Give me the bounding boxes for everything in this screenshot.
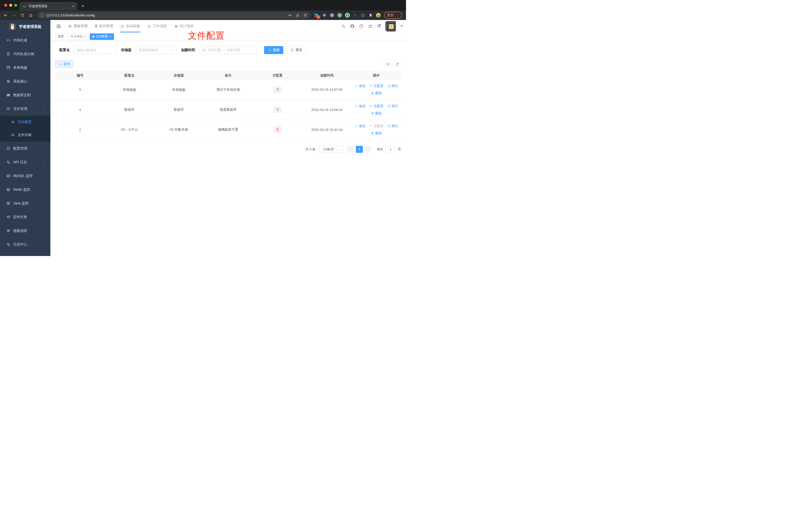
sidebar-item-log-center[interactable]: 日志中心 xyxy=(0,238,50,251)
home-button[interactable] xyxy=(29,13,33,18)
extensions-puzzle-icon[interactable] xyxy=(368,13,373,18)
master-action[interactable]: 主配置 xyxy=(369,104,383,109)
menu-workflow[interactable]: 工作流程 xyxy=(144,20,171,32)
test-action[interactable]: 测试 xyxy=(387,104,398,109)
table-row: 2 S3 - 七牛云 S3 对象存储 戴佩妮真可爱 是 2022-03-15 2… xyxy=(55,120,401,140)
test-action[interactable]: 测试 xyxy=(387,124,398,128)
extension-eye-icon[interactable] xyxy=(360,13,365,18)
add-button[interactable]: 新增 xyxy=(55,61,73,67)
back-button[interactable] xyxy=(3,13,8,18)
window-minimize-button[interactable] xyxy=(9,4,12,7)
extension-command-icon[interactable]: ⌘ xyxy=(330,13,334,18)
extension-dot-icon[interactable] xyxy=(338,13,342,18)
master-action[interactable]: 主配置 xyxy=(369,84,383,88)
browser-update-button[interactable]: 更新 ⋮ xyxy=(384,12,402,19)
total-count: 共 3 条 xyxy=(306,147,316,152)
sidebar-collapse-icon[interactable] xyxy=(56,24,61,29)
date-range-picker[interactable]: 开始日期 - 结束日期 xyxy=(199,46,257,54)
window-close-button[interactable] xyxy=(4,4,7,7)
fullscreen-icon[interactable] xyxy=(368,24,372,28)
delete-action[interactable]: 删除 xyxy=(371,91,382,95)
sidebar-item-code-demo[interactable]: 代码生成示例 xyxy=(0,47,50,61)
sidebar-item-api-log[interactable]: API 日志 xyxy=(0,155,50,169)
refresh-table-button[interactable] xyxy=(394,60,401,68)
sidebar-item-form-builder[interactable]: 表单构建 xyxy=(0,61,50,74)
chevron-up-icon xyxy=(43,108,46,111)
sidebar-item-tracing[interactable]: 链路追踪 xyxy=(0,224,50,238)
date-end-placeholder[interactable]: 结束日期 xyxy=(227,48,240,52)
page-number-1[interactable]: 1 xyxy=(356,146,363,153)
trash-icon xyxy=(371,112,374,115)
sidebar-item-file-list[interactable]: 文件列表 xyxy=(0,129,50,142)
master-tag: 是 xyxy=(273,126,282,133)
password-key-icon[interactable] xyxy=(288,13,292,17)
search-icon[interactable] xyxy=(341,24,345,28)
refresh-icon xyxy=(291,48,294,52)
edit-action[interactable]: 修改 xyxy=(355,84,366,88)
prev-page-button[interactable] xyxy=(347,146,354,153)
goto-suffix: 页 xyxy=(398,147,401,152)
menu-payment-management[interactable]: ¥ 支付管理 xyxy=(91,20,117,32)
extension-emoji-icon[interactable] xyxy=(376,13,381,18)
tag-file-config[interactable]: 文件配置 × xyxy=(90,33,114,40)
reset-button[interactable]: 重置 xyxy=(287,46,306,54)
avatar[interactable] xyxy=(385,21,396,31)
github-icon[interactable] xyxy=(350,24,354,28)
sidebar-item-redis-monitor[interactable]: Redis 监控 xyxy=(0,183,50,197)
sidebar-logo[interactable]: 芋道管理系统 xyxy=(0,20,50,33)
font-size-icon[interactable]: TT xyxy=(377,24,381,29)
avatar-caret-icon[interactable] xyxy=(401,25,403,27)
test-action[interactable]: 测试 xyxy=(387,84,398,88)
magnet-icon xyxy=(369,124,372,128)
forward-button[interactable] xyxy=(12,13,16,18)
extension-y-icon[interactable]: Y xyxy=(345,13,350,18)
sidebar-item-mysql-monitor[interactable]: MySQL 监控 xyxy=(0,169,50,183)
sidebar-item-code-gen[interactable]: 代码生成 xyxy=(0,33,50,47)
toggle-search-button[interactable] xyxy=(384,60,391,68)
url-text: 127.0.0.1:1024/infra/file/file-config xyxy=(46,13,95,17)
extension-star-icon[interactable]: ✩ xyxy=(353,13,357,18)
browser-tab[interactable]: 芋道管理系统 × xyxy=(20,2,77,10)
sidebar-item-config-management[interactable]: 配置管理 xyxy=(0,142,50,155)
sidebar-item-file-management[interactable]: 文件管理 xyxy=(0,102,50,116)
storage-select[interactable]: 请选择存储器 xyxy=(136,46,177,54)
delete-action[interactable]: 删除 xyxy=(371,111,382,116)
site-info-icon[interactable]: i xyxy=(40,13,44,17)
date-start-placeholder[interactable]: 开始日期 xyxy=(208,48,221,52)
menu-statistics[interactable]: 统计报表 xyxy=(171,20,198,32)
page-size-select[interactable]: 10条/页 xyxy=(319,146,343,153)
edit-action[interactable]: 修改 xyxy=(355,104,366,109)
sidebar-item-system-api[interactable]: 系统接口 xyxy=(0,74,50,88)
reload-button[interactable] xyxy=(21,13,24,17)
menu-system-management[interactable]: 系统管理 xyxy=(64,20,91,32)
sidebar-item-java-monitor[interactable]: Java 监控 xyxy=(0,197,50,210)
share-export-icon[interactable] xyxy=(296,13,299,17)
share-icon xyxy=(387,104,390,108)
browser-menu-dots-icon[interactable]: ⋮ xyxy=(396,13,399,17)
config-name-input[interactable] xyxy=(74,46,117,54)
extension-tiles-icon[interactable]: 11 xyxy=(314,13,319,18)
menu-infrastructure[interactable]: 基础设施 xyxy=(117,20,144,32)
tab-close-icon[interactable]: × xyxy=(72,4,74,8)
sidebar-item-db-doc[interactable]: 数据库文档 xyxy=(0,88,50,102)
table-row: 5 本地磁盘 本地磁盘 测试下本地存储 否 2022-03-15 23:57:0… xyxy=(55,80,401,100)
close-icon[interactable]: × xyxy=(84,35,86,38)
new-tab-button[interactable]: + xyxy=(81,3,84,9)
help-icon[interactable]: ? xyxy=(359,24,364,28)
close-icon[interactable]: × xyxy=(110,35,111,38)
address-bar[interactable]: i 127.0.0.1:1024/infra/file/file-config xyxy=(37,12,311,19)
delete-action[interactable]: 删除 xyxy=(371,131,382,135)
window-zoom-button[interactable] xyxy=(14,4,17,7)
tag-profile[interactable]: 个人中心 × xyxy=(68,33,89,40)
col-master: 主配置 xyxy=(253,71,302,80)
next-page-button[interactable] xyxy=(365,146,372,153)
briefcase-icon xyxy=(147,24,151,28)
extension-kite-icon[interactable] xyxy=(322,13,326,18)
search-button[interactable]: 搜索 xyxy=(264,46,283,54)
sidebar-item-scheduled-tasks[interactable]: 定时任务 xyxy=(0,210,50,224)
sidebar-item-file-config[interactable]: 文件配置 xyxy=(0,116,50,129)
goto-page-input[interactable] xyxy=(385,146,396,153)
bookmark-star-icon[interactable] xyxy=(303,13,307,17)
edit-action[interactable]: 修改 xyxy=(355,124,366,128)
tag-home[interactable]: 首页 xyxy=(55,33,66,40)
